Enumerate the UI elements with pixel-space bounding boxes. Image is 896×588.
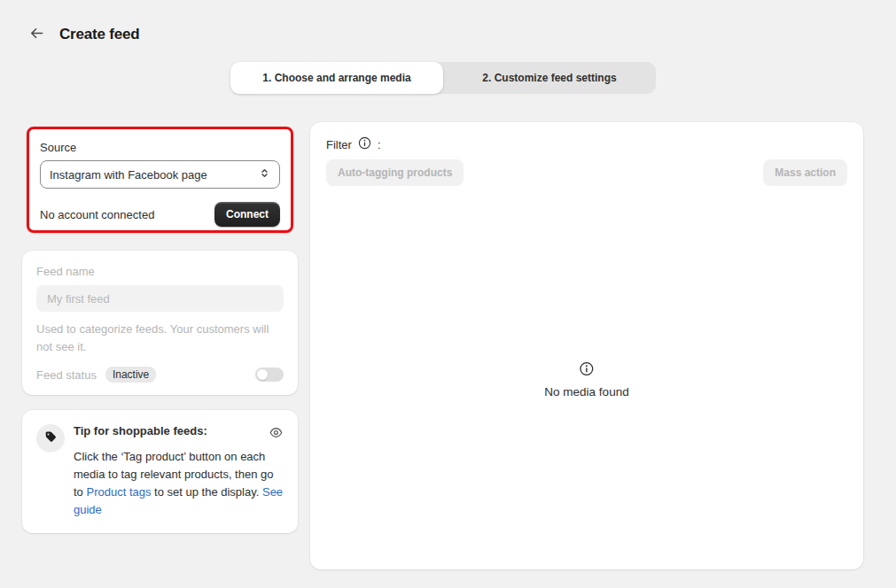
page-header: Create feed — [27, 25, 139, 44]
toggle-knob — [257, 369, 268, 380]
feed-name-helper-text: Used to categorize feeds. Your customers… — [36, 321, 284, 356]
tab-customize-settings[interactable]: 2. Customize feed settings — [443, 62, 656, 94]
tip-card: Tip for shoppable feeds: Click the ‘Tag … — [22, 410, 298, 533]
source-select-value: Instagram with Facebook page — [50, 168, 207, 182]
empty-state-message: No media found — [544, 385, 628, 398]
info-icon[interactable] — [358, 136, 371, 152]
step-tabbar: 1. Choose and arrange media 2. Customize… — [230, 62, 656, 94]
feed-name-label: Feed name — [36, 265, 284, 278]
tab-choose-media[interactable]: 1. Choose and arrange media — [230, 62, 443, 94]
filter-label: Filter — [326, 138, 352, 151]
feed-status-toggle[interactable] — [255, 368, 284, 382]
arrow-left-icon — [28, 25, 45, 45]
source-label: Source — [40, 141, 280, 154]
feed-status-badge: Inactive — [105, 367, 156, 383]
info-circle-icon — [580, 364, 595, 379]
product-tags-link[interactable]: Product tags — [86, 485, 151, 499]
filter-colon: : — [378, 138, 381, 151]
account-status-text: No account connected — [40, 208, 154, 221]
tag-icon — [43, 429, 58, 447]
feed-name-card: Feed name Used to categorize feeds. Your… — [22, 251, 298, 395]
feed-status-label: Feed status — [36, 368, 97, 382]
page-title: Create feed — [59, 26, 139, 43]
source-card: Source Instagram with Facebook page No a… — [27, 127, 293, 233]
tip-text-2: to set up the display. — [151, 485, 262, 499]
source-select[interactable]: Instagram with Facebook page — [40, 160, 280, 189]
eye-icon[interactable] — [269, 425, 284, 444]
back-button[interactable] — [27, 25, 46, 44]
chevron-up-down-icon — [259, 167, 270, 182]
feed-name-input[interactable] — [36, 285, 284, 312]
tip-body: Click the ‘Tag product’ button on each m… — [74, 448, 284, 519]
connect-button[interactable]: Connect — [214, 202, 280, 227]
media-panel: Filter : Auto-tagging products Mass acti… — [310, 122, 863, 569]
tag-icon-circle — [36, 424, 65, 453]
empty-state: No media found — [544, 361, 628, 398]
auto-tagging-button[interactable]: Auto-tagging products — [326, 159, 464, 186]
mass-action-button[interactable]: Mass action — [763, 159, 847, 186]
tip-title: Tip for shoppable feeds: — [74, 424, 269, 437]
